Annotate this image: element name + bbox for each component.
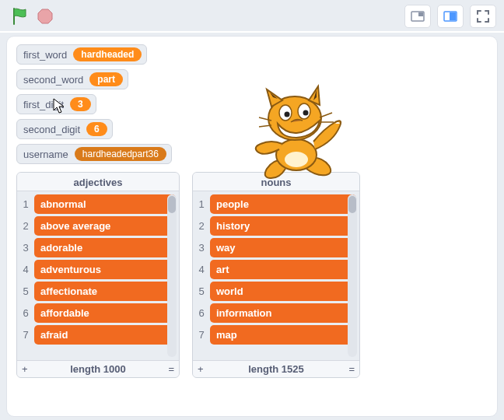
- monitor-label: second_digit: [23, 124, 80, 135]
- monitor-username[interactable]: username hardheadedpart36: [16, 144, 172, 164]
- monitor-label: first_word: [23, 49, 67, 61]
- monitor-label: second_word: [23, 74, 83, 86]
- stop-button[interactable]: [36, 7, 54, 26]
- svg-rect-2: [418, 12, 423, 16]
- svg-point-6: [285, 152, 308, 167]
- small-stage-button[interactable]: [404, 5, 431, 28]
- scrollbar-thumb[interactable]: [168, 196, 176, 213]
- monitor-second-digit[interactable]: second_digit 6: [16, 119, 113, 139]
- monitor-first-digit[interactable]: first_digit 3: [16, 94, 96, 114]
- list-item[interactable]: 7map: [196, 325, 356, 345]
- monitor-value: hardheadedpart36: [75, 147, 166, 161]
- list-length-label: length 1000: [70, 363, 126, 375]
- scrollbar-thumb[interactable]: [348, 196, 356, 213]
- monitor-value: hardheaded: [73, 47, 142, 61]
- list-item[interactable]: 7afraid: [20, 325, 176, 345]
- list-monitors: adjectives 1abnormal 2above average 3ado…: [16, 172, 488, 378]
- list-resize-handle[interactable]: =: [168, 363, 174, 375]
- monitor-value: part: [89, 72, 123, 86]
- list-item[interactable]: 2history: [196, 216, 356, 236]
- svg-point-11: [303, 110, 309, 116]
- monitor-first-word[interactable]: first_word hardheaded: [16, 44, 147, 65]
- variable-monitors: first_word hardheaded second_word part f…: [16, 44, 172, 164]
- fullscreen-button[interactable]: [470, 5, 496, 28]
- list-item[interactable]: 6information: [196, 303, 356, 323]
- monitor-value: 3: [70, 97, 91, 111]
- scrollbar[interactable]: [167, 194, 177, 357]
- list-adjectives[interactable]: adjectives 1abnormal 2above average 3ado…: [16, 172, 180, 378]
- scratch-cat-sprite[interactable]: [248, 83, 349, 184]
- list-item[interactable]: 1abnormal: [20, 194, 176, 214]
- list-body: 1people 2history 3way 4art 5world 6infor…: [193, 191, 359, 360]
- large-stage-icon: [443, 11, 457, 22]
- svg-rect-4: [450, 12, 456, 20]
- scrollbar[interactable]: [348, 194, 357, 357]
- stop-icon: [37, 8, 54, 25]
- list-nouns[interactable]: nouns 1people 2history 3way 4art 5world …: [192, 172, 360, 378]
- list-resize-handle[interactable]: =: [348, 363, 355, 375]
- large-stage-button[interactable]: [437, 5, 464, 28]
- monitor-second-word[interactable]: second_word part: [16, 69, 128, 89]
- toolbar-left: [11, 7, 54, 26]
- list-item[interactable]: 4art: [196, 260, 356, 279]
- list-item[interactable]: 1people: [196, 194, 356, 214]
- svg-marker-0: [38, 9, 52, 23]
- toolbar-right: [404, 5, 496, 28]
- list-item[interactable]: 3way: [196, 238, 356, 257]
- svg-point-10: [285, 112, 290, 117]
- monitor-label: username: [23, 149, 68, 160]
- list-item[interactable]: 6affordable: [20, 303, 176, 323]
- list-add-button[interactable]: +: [198, 363, 204, 375]
- stage: first_word hardheaded second_word part f…: [6, 36, 498, 417]
- list-item[interactable]: 3adorable: [20, 238, 176, 257]
- list-item[interactable]: 2above average: [20, 216, 176, 236]
- list-add-button[interactable]: +: [22, 363, 28, 375]
- monitor-label: first_digit: [23, 99, 64, 110]
- list-footer: + length 1525 =: [193, 360, 359, 377]
- green-flag-icon: [12, 7, 29, 26]
- small-stage-icon: [411, 11, 425, 22]
- list-item[interactable]: 4adventurous: [20, 260, 176, 279]
- stage-toolbar: [0, 0, 504, 33]
- fullscreen-icon: [477, 10, 489, 23]
- list-body: 1abnormal 2above average 3adorable 4adve…: [17, 191, 179, 360]
- list-item[interactable]: 5affectionate: [20, 282, 176, 301]
- list-header: adjectives: [17, 173, 179, 191]
- green-flag-button[interactable]: [11, 7, 30, 26]
- list-footer: + length 1000 =: [17, 360, 179, 377]
- monitor-value: 6: [86, 122, 107, 136]
- list-item[interactable]: 5world: [196, 282, 356, 301]
- list-length-label: length 1525: [248, 363, 304, 375]
